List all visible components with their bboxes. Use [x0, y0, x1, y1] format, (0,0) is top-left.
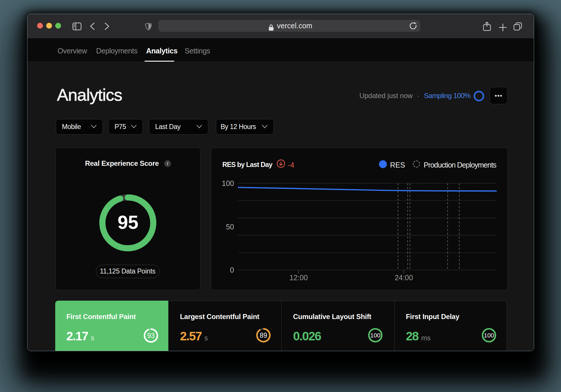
svg-text:100: 100: [484, 332, 494, 339]
svg-text:100: 100: [370, 332, 380, 339]
svg-text:89: 89: [260, 332, 267, 339]
svg-text:0: 0: [230, 266, 234, 274]
svg-text:100: 100: [222, 179, 234, 187]
svg-text:50: 50: [226, 223, 234, 231]
svg-text:93: 93: [147, 332, 155, 339]
svg-text:24:00: 24:00: [395, 273, 413, 282]
svg-text:12:00: 12:00: [290, 273, 308, 282]
